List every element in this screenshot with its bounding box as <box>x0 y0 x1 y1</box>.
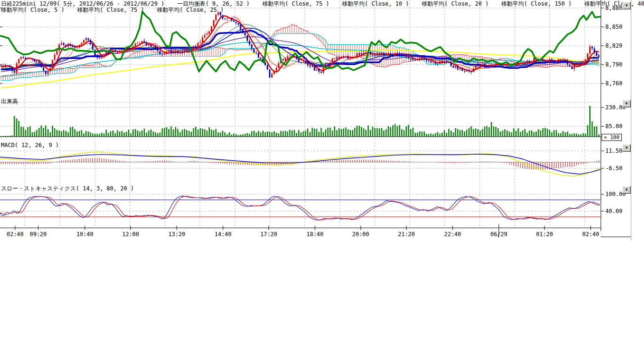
y-axis-tick-label: 8,850 <box>605 24 622 30</box>
macd-panel-label: MACD( 12, 26, 9 ) <box>1 142 59 148</box>
y-axis-tick-label: 8,880 <box>605 5 622 11</box>
stochastics-panel-label: スロー・ストキャスティクス( 14, 3, 80, 20 ) <box>1 186 134 192</box>
x-axis-tick-label: 12:00 <box>120 231 141 237</box>
chevron-down-icon: ▼ <box>626 146 628 150</box>
macd-scale-dropdown-button[interactable]: ▼ <box>622 144 631 152</box>
legend-item: 移動平均( Close, 75 ) <box>263 1 330 7</box>
x-axis-tick-label: 10:40 <box>74 231 96 237</box>
volume-scale-dropdown-button[interactable]: ▼ <box>622 100 631 107</box>
x-axis-tick-label: 21:20 <box>396 231 417 237</box>
x-axis-tick-label: 17:20 <box>258 231 280 237</box>
legend-item: 日経225mini 12/09( 5分, 2012/06/26 - 2012/0… <box>1 1 165 7</box>
chevron-down-icon: ▼ <box>626 102 628 106</box>
chart-canvas[interactable] <box>0 0 644 245</box>
chevron-down-icon: ▼ <box>626 4 628 8</box>
x-axis-tick-label: 01:20 <box>534 231 555 237</box>
y-axis-tick-label: 8,820 <box>605 43 622 49</box>
chart-application-window: 日経225mini 12/09( 5分, 2012/06/26 - 2012/0… <box>0 0 644 362</box>
x-axis-tick-label: 14:40 <box>212 231 234 237</box>
y-axis-tick-label: 8,790 <box>605 62 622 67</box>
volume-panel-label: 出来高 <box>1 99 18 105</box>
legend-item: 移動平均( Close, 10 ) <box>342 1 409 7</box>
y-axis-tick-label: 85.00 <box>605 123 622 129</box>
x-axis-tick-label: 18:40 <box>304 231 326 237</box>
legend-item: 移動平均( Close, 5 ) <box>1 7 65 13</box>
stochastics-scale-dropdown-button[interactable]: ▼ <box>622 186 631 194</box>
legend-item: 移動平均( Close, 150 ) <box>501 1 571 7</box>
chart-legend-line1: 日経225mini 12/09( 5分, 2012/06/26 - 2012/0… <box>1 1 644 7</box>
legend-item: 移動平均( Close, 20 ) <box>421 1 488 7</box>
x-axis-tick-label: 06/29 <box>488 231 510 237</box>
y-axis-tick-label: 8,760 <box>605 81 622 86</box>
chevron-down-icon: ▼ <box>626 188 628 192</box>
x-axis-tick-label: 13:20 <box>166 231 188 237</box>
y-axis-tick-label: 11.50 <box>605 148 622 154</box>
x-axis-tick-label: 20:00 <box>350 231 372 237</box>
price-scale-dropdown-button[interactable]: ▼ <box>622 2 631 9</box>
x-axis-tick-label: 09:20 <box>27 231 49 237</box>
x-axis-tick-label: 22:40 <box>442 231 463 237</box>
y-axis-tick-label: -6.50 <box>605 165 622 171</box>
volume-multiplier-badge: × 100 <box>602 134 622 141</box>
chart-legend-line2: 移動平均( Close, 5 )移動平均( Close, 75 )移動平均( C… <box>1 7 224 13</box>
y-axis-tick-label: 40.00 <box>605 208 622 214</box>
legend-item: 一目均衡表( 9, 26, 52 ) <box>177 1 250 7</box>
legend-item: 移動平均( Close, 75 ) <box>77 7 144 13</box>
x-axis-tick-label: 02:40 <box>580 231 602 237</box>
legend-item: 移動平均( Close, 25 ) <box>157 7 224 13</box>
x-axis-tick-label: 02:40 <box>4 231 26 237</box>
